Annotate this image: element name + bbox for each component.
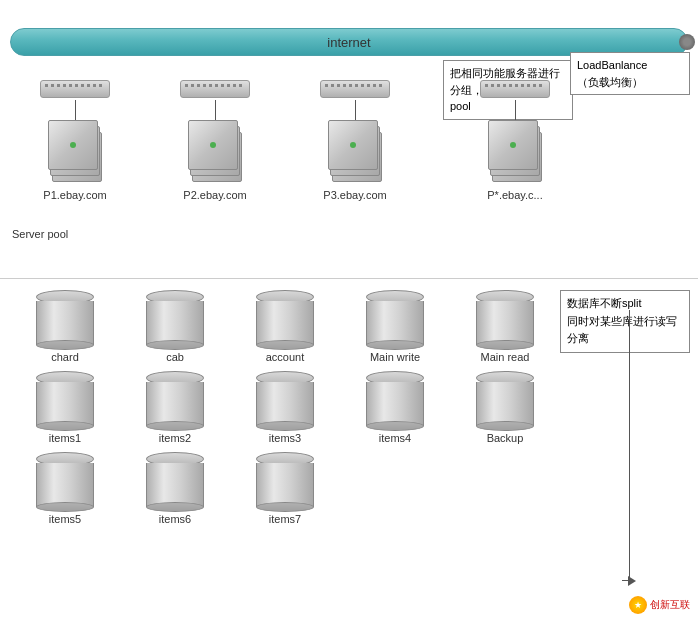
db-label-account: account bbox=[266, 351, 305, 363]
cylinder-items3 bbox=[256, 371, 314, 426]
db-label-items4: items4 bbox=[379, 432, 411, 444]
db-item-items2: items2 bbox=[120, 371, 230, 444]
led-p2 bbox=[210, 142, 216, 148]
db-section: chard cab account Main write bbox=[0, 290, 698, 533]
db-label-items3: items3 bbox=[269, 432, 301, 444]
db-item-cab: cab bbox=[120, 290, 230, 363]
db-row-2: items1 items2 items3 items4 bbox=[0, 371, 698, 444]
cyl-body-3 bbox=[256, 301, 314, 345]
db-item-mainread: Main read bbox=[450, 290, 560, 363]
cylinder-items4 bbox=[366, 371, 424, 426]
cylinder-items2 bbox=[146, 371, 204, 426]
connector-p3 bbox=[355, 100, 356, 120]
led-p3 bbox=[350, 142, 356, 148]
db-item-items5: items5 bbox=[10, 452, 120, 525]
cyl-body-5 bbox=[476, 301, 534, 345]
server-group-pstar: P*.ebay.c... bbox=[450, 80, 580, 201]
server-label-pstar: P*.ebay.c... bbox=[487, 189, 542, 201]
db-item-items7: items7 bbox=[230, 452, 340, 525]
server-stack-p3 bbox=[328, 120, 383, 185]
db-item-items4: items4 bbox=[340, 371, 450, 444]
watermark: ★ 创新互联 bbox=[629, 596, 690, 614]
db-arrow bbox=[628, 576, 636, 586]
server-group-p3: P3.ebay.com bbox=[290, 80, 420, 201]
server-unit-pstar-1 bbox=[488, 120, 538, 170]
server-stack-p2 bbox=[188, 120, 243, 185]
watermark-logo: ★ bbox=[629, 596, 647, 614]
db-row-3: items5 items6 items7 bbox=[0, 452, 698, 525]
db-label-mainread: Main read bbox=[481, 351, 530, 363]
cylinder-mainread bbox=[476, 290, 534, 345]
db-item-items1: items1 bbox=[10, 371, 120, 444]
lb-title: LoadBanlance bbox=[577, 59, 647, 71]
cyl-bottom-5 bbox=[476, 340, 534, 350]
cylinder-items6 bbox=[146, 452, 204, 507]
watermark-logo-text: ★ bbox=[634, 600, 642, 610]
server-unit-p3-1 bbox=[328, 120, 378, 170]
db-item-account: account bbox=[230, 290, 340, 363]
cylinder-items7 bbox=[256, 452, 314, 507]
db-label-chard: chard bbox=[51, 351, 79, 363]
cyl-bottom-2 bbox=[146, 340, 204, 350]
server-label-p1: P1.ebay.com bbox=[43, 189, 106, 201]
server-stack-pstar bbox=[488, 120, 543, 185]
cylinder-backup bbox=[476, 371, 534, 426]
cylinder-mainwrite bbox=[366, 290, 424, 345]
db-item-items6: items6 bbox=[120, 452, 230, 525]
cyl-bottom-4 bbox=[366, 340, 424, 350]
db-item-backup: Backup bbox=[450, 371, 560, 444]
db-label-items7: items7 bbox=[269, 513, 301, 525]
cylinder-account bbox=[256, 290, 314, 345]
db-item-mainwrite: Main write bbox=[340, 290, 450, 363]
server-unit-p2-1 bbox=[188, 120, 238, 170]
db-item-items3: items3 bbox=[230, 371, 340, 444]
cylinder-items1 bbox=[36, 371, 94, 426]
watermark-text: 创新互联 bbox=[650, 598, 690, 612]
db-label-mainwrite: Main write bbox=[370, 351, 420, 363]
lb-callout: LoadBanlance （负载均衡） bbox=[570, 52, 690, 95]
db-item-chard: chard bbox=[10, 290, 120, 363]
db-label-items5: items5 bbox=[49, 513, 81, 525]
cyl-bottom-3 bbox=[256, 340, 314, 350]
lb-subtitle: （负载均衡） bbox=[577, 76, 643, 88]
db-label-backup: Backup bbox=[487, 432, 524, 444]
cylinder-items5 bbox=[36, 452, 94, 507]
led-p1 bbox=[70, 142, 76, 148]
cyl-body bbox=[36, 301, 94, 345]
db-label-items2: items2 bbox=[159, 432, 191, 444]
server-label-p2: P2.ebay.com bbox=[183, 189, 246, 201]
cyl-body-4 bbox=[366, 301, 424, 345]
switch-p3 bbox=[320, 80, 390, 98]
led-pstar bbox=[510, 142, 516, 148]
cylinder-chard bbox=[36, 290, 94, 345]
switch-pstar bbox=[480, 80, 550, 98]
connector-p2 bbox=[215, 100, 216, 120]
db-label-items6: items6 bbox=[159, 513, 191, 525]
server-stack-p1 bbox=[48, 120, 103, 185]
connector-p1 bbox=[75, 100, 76, 120]
divider bbox=[0, 278, 698, 279]
server-pool-label: Server pool bbox=[12, 228, 68, 240]
db-row-1: chard cab account Main write bbox=[0, 290, 698, 363]
switch-p1 bbox=[40, 80, 110, 98]
cylinder-cab bbox=[146, 290, 204, 345]
server-label-p3: P3.ebay.com bbox=[323, 189, 386, 201]
server-unit-p1-1 bbox=[48, 120, 98, 170]
cyl-body-2 bbox=[146, 301, 204, 345]
switch-p2 bbox=[180, 80, 250, 98]
cyl-bottom bbox=[36, 340, 94, 350]
server-group-p1: P1.ebay.com bbox=[10, 80, 140, 201]
internet-label: internet bbox=[327, 35, 370, 50]
db-label-cab: cab bbox=[166, 351, 184, 363]
db-label-items1: items1 bbox=[49, 432, 81, 444]
server-group-p2: P2.ebay.com bbox=[150, 80, 280, 201]
connector-pstar bbox=[515, 100, 516, 120]
